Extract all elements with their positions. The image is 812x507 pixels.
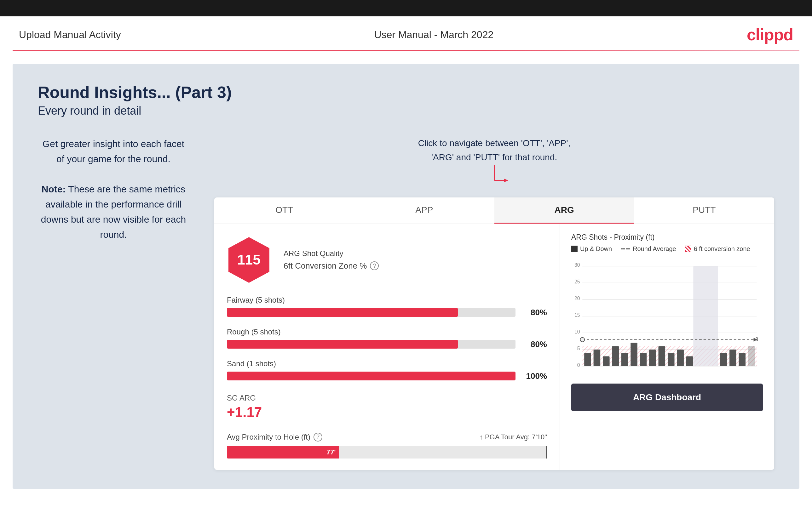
svg-rect-30 bbox=[677, 349, 684, 366]
svg-text:5: 5 bbox=[577, 346, 580, 351]
svg-rect-29 bbox=[668, 353, 675, 366]
bar-percent-fairway: 80% bbox=[522, 308, 547, 318]
tabs: OTT APP ARG PUTT bbox=[214, 198, 774, 224]
svg-text:25: 25 bbox=[574, 279, 580, 284]
proximity-label: Avg Proximity to Hole (ft) bbox=[227, 433, 310, 442]
svg-marker-2 bbox=[504, 178, 508, 182]
bar-label-rough: Rough (5 shots) bbox=[227, 328, 547, 336]
card-wrapper: Click to navigate between 'OTT', 'APP','… bbox=[214, 136, 774, 470]
conversion-label: 6ft Conversion Zone % bbox=[284, 261, 367, 271]
svg-text:15: 15 bbox=[574, 313, 580, 318]
shot-quality-header: 115 ARG Shot Quality 6ft Conversion Zone… bbox=[227, 235, 547, 284]
svg-text:10: 10 bbox=[574, 329, 580, 334]
upload-link[interactable]: Upload Manual Activity bbox=[19, 29, 121, 41]
card-right: ARG Shots - Proximity (ft) Up & Down Rou… bbox=[560, 224, 774, 470]
svg-rect-36 bbox=[748, 346, 755, 366]
legend-updown: Up & Down bbox=[571, 245, 612, 252]
page-subtitle: Every round in detail bbox=[38, 104, 774, 117]
chart-title: ARG Shots - Proximity (ft) bbox=[571, 233, 655, 241]
tab-ott[interactable]: OTT bbox=[214, 198, 354, 224]
svg-text:30: 30 bbox=[574, 262, 580, 268]
legend-6ft-label: 6 ft conversion zone bbox=[694, 245, 750, 252]
proximity-help-icon[interactable]: ? bbox=[313, 433, 322, 442]
proximity-bar-container: 77' bbox=[227, 446, 547, 458]
header: Upload Manual Activity User Manual - Mar… bbox=[0, 16, 812, 50]
svg-text:0: 0 bbox=[577, 362, 580, 368]
sg-value: +1.17 bbox=[227, 404, 547, 420]
insight-text: Get greater insight into each facet of y… bbox=[38, 136, 189, 242]
main-content: Round Insights... (Part 3) Every round i… bbox=[13, 64, 799, 489]
chart-legend: Up & Down Round Average 6 ft conversion … bbox=[571, 245, 750, 252]
left-panel: Get greater insight into each facet of y… bbox=[38, 136, 189, 255]
note-label: Note: bbox=[42, 184, 66, 194]
sg-label: SG ARG bbox=[227, 394, 547, 402]
logo: clippd bbox=[747, 25, 793, 44]
top-bar bbox=[0, 0, 812, 16]
chart-area: 0 5 10 15 20 25 30 bbox=[571, 258, 763, 377]
legend-round-avg: Round Average bbox=[621, 245, 676, 252]
bar-row-fairway: Fairway (5 shots) 80% bbox=[227, 296, 547, 318]
bar-percent-rough: 80% bbox=[522, 339, 547, 349]
annotation-area: Click to navigate between 'OTT', 'APP','… bbox=[214, 136, 774, 190]
svg-rect-24 bbox=[621, 353, 628, 366]
tab-putt[interactable]: PUTT bbox=[634, 198, 774, 224]
proximity-value: 77' bbox=[326, 448, 336, 456]
proximity-bar-fill: 77' bbox=[227, 446, 339, 458]
manual-title: User Manual - March 2022 bbox=[374, 29, 494, 41]
content-layout: Get greater insight into each facet of y… bbox=[38, 136, 774, 470]
svg-rect-25 bbox=[630, 343, 638, 366]
bar-row-sand: Sand (1 shots) 100% bbox=[227, 359, 547, 381]
help-icon[interactable]: ? bbox=[370, 261, 379, 270]
bar-label-sand: Sand (1 shots) bbox=[227, 359, 547, 368]
card-body: 115 ARG Shot Quality 6ft Conversion Zone… bbox=[214, 224, 774, 470]
proximity-cursor bbox=[546, 446, 547, 458]
svg-rect-21 bbox=[594, 349, 601, 366]
svg-rect-22 bbox=[603, 356, 610, 366]
legend-dashed-icon bbox=[621, 248, 630, 249]
bar-percent-sand: 100% bbox=[522, 371, 547, 381]
svg-rect-28 bbox=[659, 346, 665, 366]
svg-rect-31 bbox=[686, 356, 693, 366]
legend-updown-label: Up & Down bbox=[580, 245, 612, 252]
svg-rect-26 bbox=[640, 353, 647, 366]
header-divider bbox=[13, 50, 799, 51]
bar-row-rough: Rough (5 shots) 80% bbox=[227, 328, 547, 349]
arg-dashboard-button[interactable]: ARG Dashboard bbox=[571, 384, 763, 411]
nav-annotation: Click to navigate between 'OTT', 'APP','… bbox=[214, 136, 774, 165]
page-title: Round Insights... (Part 3) bbox=[38, 83, 774, 102]
footer: Copyright Clippd 2021 bbox=[0, 501, 812, 507]
pga-avg: ↑ PGA Tour Avg: 7'10" bbox=[479, 433, 547, 441]
hexagon-container: 115 bbox=[227, 235, 271, 284]
legend-square-icon bbox=[571, 246, 577, 252]
tab-app[interactable]: APP bbox=[354, 198, 494, 224]
shot-quality-labels: ARG Shot Quality 6ft Conversion Zone % ? bbox=[284, 249, 379, 271]
sg-section: SG ARG +1.17 bbox=[227, 394, 547, 420]
svg-point-39 bbox=[580, 337, 585, 342]
tab-arg[interactable]: ARG bbox=[494, 198, 634, 224]
chart-header: ARG Shots - Proximity (ft) Up & Down Rou… bbox=[571, 233, 763, 252]
svg-rect-20 bbox=[584, 353, 591, 366]
svg-rect-27 bbox=[649, 349, 656, 366]
legend-round-avg-label: Round Average bbox=[633, 245, 676, 252]
legend-hatched-icon bbox=[685, 246, 691, 252]
bar-fill-rough bbox=[227, 340, 458, 349]
bars-section: Fairway (5 shots) 80% Rough (5 shots) bbox=[227, 296, 547, 381]
card: OTT APP ARG PUTT bbox=[214, 198, 774, 470]
legend-6ft: 6 ft conversion zone bbox=[685, 245, 750, 252]
shot-quality-label: ARG Shot Quality bbox=[284, 249, 379, 258]
svg-rect-32 bbox=[693, 266, 718, 366]
svg-rect-33 bbox=[720, 353, 727, 366]
svg-rect-23 bbox=[612, 346, 619, 366]
chart-svg: 0 5 10 15 20 25 30 bbox=[571, 258, 763, 377]
svg-rect-34 bbox=[729, 349, 737, 366]
svg-text:20: 20 bbox=[574, 296, 580, 301]
hex-score: 115 bbox=[237, 252, 260, 268]
card-left: 115 ARG Shot Quality 6ft Conversion Zone… bbox=[214, 224, 560, 470]
bar-fill-sand bbox=[227, 372, 515, 380]
svg-rect-35 bbox=[739, 353, 746, 366]
proximity-section: Avg Proximity to Hole (ft) ? ↑ PGA Tour … bbox=[227, 433, 547, 458]
bar-fill-fairway bbox=[227, 308, 458, 317]
bar-label-fairway: Fairway (5 shots) bbox=[227, 296, 547, 304]
annotation-arrow bbox=[475, 165, 513, 190]
